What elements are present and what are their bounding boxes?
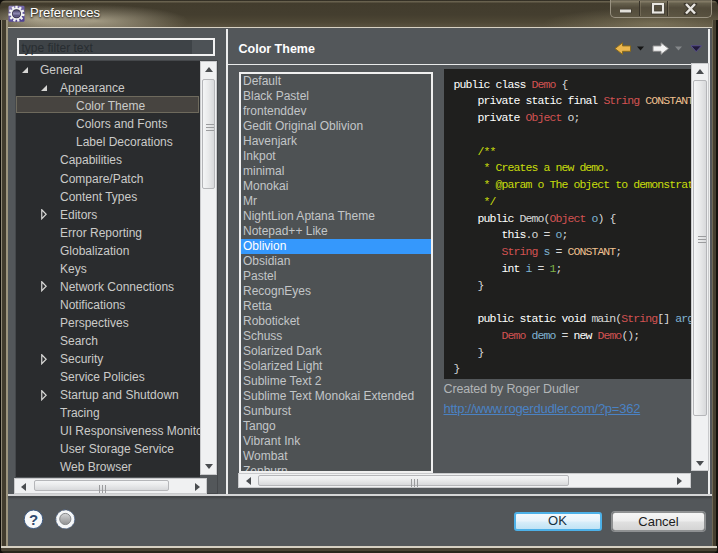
svg-text:?: ? xyxy=(29,511,38,528)
